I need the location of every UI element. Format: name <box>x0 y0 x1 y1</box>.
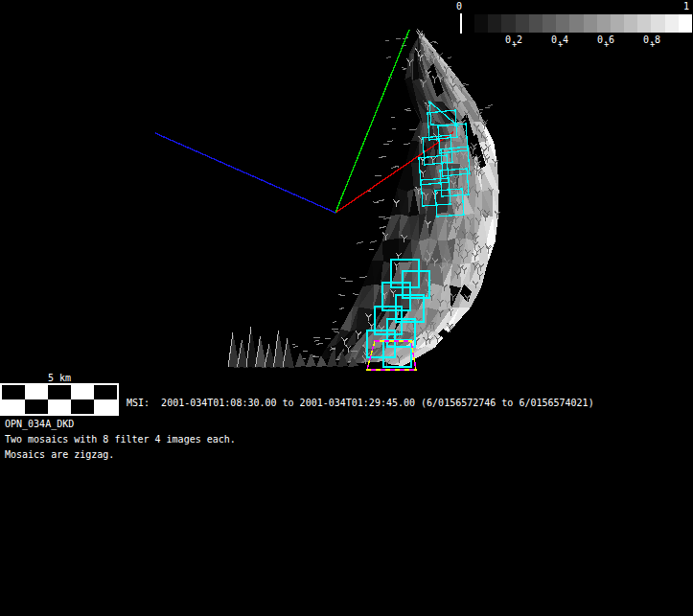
colorbar-max-label: 1 <box>683 1 689 11</box>
description-line-2: Mosaics are zigzag. <box>5 449 114 460</box>
scale-checker-cell <box>94 385 117 399</box>
colorbar-step <box>611 14 624 33</box>
render-viewport[interactable] <box>0 0 693 616</box>
scale-checker-cell <box>25 399 48 414</box>
scale-checker-cell <box>48 385 71 399</box>
colorbar-step <box>529 14 543 33</box>
colorbar-step <box>584 14 597 33</box>
colorbar-step <box>543 14 556 33</box>
colorbar-step <box>474 14 488 33</box>
z-axis <box>155 133 335 213</box>
description-line-1: Two mosaics with 8 filter 4 images each. <box>5 434 236 445</box>
scale-checkerboard <box>0 383 119 416</box>
colorbar-step <box>556 14 569 33</box>
scale-checker-cell <box>2 399 25 414</box>
scale-bar-label: 5 km <box>0 373 119 383</box>
scale-checker-cell <box>2 385 25 399</box>
colorbar-step <box>679 14 692 33</box>
colorbar-step <box>597 14 611 33</box>
scale-checker-cell <box>25 385 48 399</box>
colorbar-step <box>501 14 515 33</box>
colorbar-step <box>637 14 651 33</box>
colorbar-step <box>665 14 679 33</box>
colorbar-step <box>488 14 501 33</box>
msi-planning-view: 0 1 0.2 0.4 0.6 0.8 + + + + 5 km MSI: 20… <box>0 0 693 616</box>
colorbar-min-label: 0 <box>456 1 462 11</box>
scale-checker-cell <box>48 399 71 414</box>
status-line: MSI: 2001-034T01:08:30.00 to 2001-034T01… <box>127 398 594 408</box>
colorbar-tick-mark: + <box>650 39 655 49</box>
colorbar-step <box>569 14 583 33</box>
colorbar-zero-tick <box>460 13 462 34</box>
asteroid-model <box>319 33 499 366</box>
colorbar-step <box>516 14 529 33</box>
colorbar-tick-mark: + <box>558 39 563 49</box>
colorbar-tick-mark: + <box>512 39 517 49</box>
colorbar-gradient <box>474 14 692 33</box>
sequence-id: OPN_034A_DKD <box>5 419 74 429</box>
colorbar-step <box>624 14 637 33</box>
colorbar-tick-mark: + <box>604 39 609 49</box>
scale-checker-cell <box>71 399 94 414</box>
scale-checker-cell <box>94 399 117 414</box>
colorbar-step <box>651 14 664 33</box>
scale-checker-cell <box>71 385 94 399</box>
